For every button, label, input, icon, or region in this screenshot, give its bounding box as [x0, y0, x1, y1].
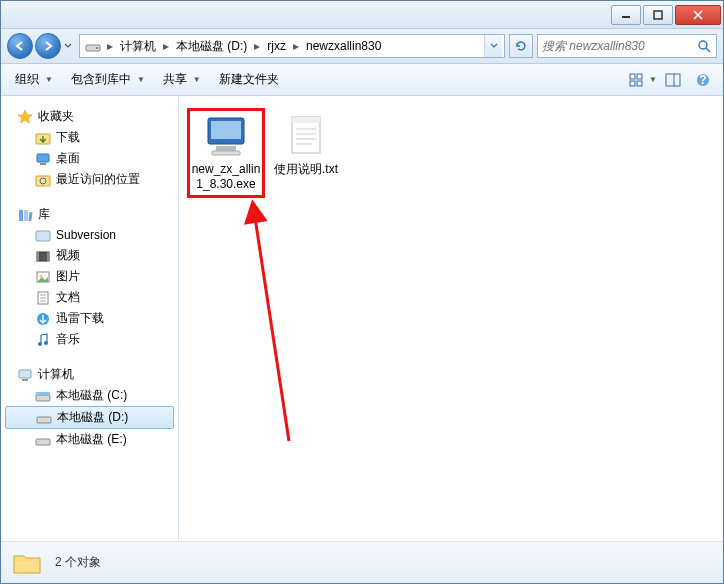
txt-icon — [280, 114, 332, 158]
sidebar-item-music[interactable]: 音乐 — [1, 329, 178, 350]
search-box[interactable] — [537, 34, 717, 58]
toolbar: 组织 ▼ 包含到库中 ▼ 共享 ▼ 新建文件夹 ▼ ? — [1, 64, 723, 96]
svg-rect-5 — [96, 47, 98, 49]
favorites-label: 收藏夹 — [38, 108, 74, 125]
new-folder-button[interactable]: 新建文件夹 — [211, 67, 287, 92]
breadcrumb-separator[interactable]: ▸ — [251, 39, 263, 53]
file-label: new_zx_allin1_8.30.exe — [191, 162, 261, 192]
svg-rect-38 — [19, 370, 31, 378]
minimize-button[interactable] — [611, 5, 641, 25]
svg-rect-39 — [22, 379, 28, 381]
back-button[interactable] — [7, 33, 33, 59]
drive-icon — [35, 432, 51, 448]
svg-rect-11 — [637, 81, 642, 86]
minimize-icon — [621, 10, 631, 20]
svg-point-29 — [40, 274, 43, 277]
share-menu[interactable]: 共享 ▼ — [155, 67, 209, 92]
breadcrumb-folder2[interactable]: newzxallin830 — [302, 35, 385, 57]
sidebar-item-label: 视频 — [56, 247, 80, 264]
favorites-header[interactable]: 收藏夹 — [1, 106, 178, 127]
svg-rect-49 — [292, 117, 320, 123]
sidebar-item-label: 本地磁盘 (E:) — [56, 431, 127, 448]
nav-history-dropdown[interactable] — [61, 42, 75, 50]
download-folder-icon — [35, 130, 51, 146]
annotation-arrow — [244, 201, 304, 451]
sidebar-item-drive-e[interactable]: 本地磁盘 (E:) — [1, 429, 178, 450]
navigation-pane[interactable]: 收藏夹 下载 桌面 最近访问的位置 库 — [1, 96, 179, 541]
view-options-button[interactable]: ▼ — [629, 68, 657, 92]
computer-header[interactable]: 计算机 — [1, 364, 178, 385]
navigation-bar: ▸ 计算机 ▸ 本地磁盘 (D:) ▸ rjxz ▸ newzxallin830 — [1, 29, 723, 64]
help-button[interactable]: ? — [689, 68, 717, 92]
svg-point-36 — [44, 341, 48, 345]
refresh-button[interactable] — [509, 34, 533, 58]
breadcrumb-folder1[interactable]: rjxz — [263, 35, 290, 57]
view-icon — [629, 73, 647, 87]
file-item-txt[interactable]: 使用说明.txt — [269, 110, 343, 181]
status-bar: 2 个对象 — [1, 541, 723, 583]
breadcrumb-separator[interactable]: ▸ — [104, 39, 116, 53]
arrow-right-icon — [42, 40, 54, 52]
maximize-button[interactable] — [643, 5, 673, 25]
folder-icon — [11, 547, 43, 579]
search-input[interactable] — [542, 39, 696, 53]
sidebar-item-videos[interactable]: 视频 — [1, 245, 178, 266]
organize-menu[interactable]: 组织 ▼ — [7, 67, 61, 92]
sidebar-item-label: 本地磁盘 (C:) — [56, 387, 127, 404]
forward-button[interactable] — [35, 33, 61, 59]
sidebar-item-xunlei[interactable]: 迅雷下载 — [1, 308, 178, 329]
sidebar-item-recent[interactable]: 最近访问的位置 — [1, 169, 178, 190]
desktop-icon — [35, 151, 51, 167]
sidebar-item-drive-c[interactable]: 本地磁盘 (C:) — [1, 385, 178, 406]
organize-label: 组织 — [15, 71, 39, 88]
sidebar-item-label: 音乐 — [56, 331, 80, 348]
libraries-label: 库 — [38, 206, 50, 223]
svg-rect-8 — [630, 74, 635, 79]
titlebar — [1, 1, 723, 29]
sidebar-item-pictures[interactable]: 图片 — [1, 266, 178, 287]
libraries-header[interactable]: 库 — [1, 204, 178, 225]
svg-rect-24 — [36, 231, 50, 241]
breadcrumb-separator[interactable]: ▸ — [160, 39, 172, 53]
libraries-icon — [17, 207, 33, 223]
svg-rect-22 — [24, 210, 28, 221]
preview-pane-button[interactable] — [659, 68, 687, 92]
address-bar[interactable]: ▸ 计算机 ▸ 本地磁盘 (D:) ▸ rjxz ▸ newzxallin830 — [79, 34, 505, 58]
sidebar-item-label: 本地磁盘 (D:) — [57, 409, 128, 426]
sidebar-item-drive-d[interactable]: 本地磁盘 (D:) — [5, 406, 174, 429]
refresh-icon — [514, 39, 528, 53]
computer-label: 计算机 — [38, 366, 74, 383]
svg-rect-9 — [637, 74, 642, 79]
close-button[interactable] — [675, 5, 721, 25]
sidebar-item-label: Subversion — [56, 228, 116, 242]
music-icon — [35, 332, 51, 348]
include-library-menu[interactable]: 包含到库中 ▼ — [63, 67, 153, 92]
xunlei-icon — [35, 311, 51, 327]
chevron-down-icon: ▼ — [193, 75, 201, 84]
drive-icon — [35, 388, 51, 404]
chevron-down-icon — [490, 42, 498, 50]
svg-line-7 — [706, 48, 710, 52]
sidebar-item-desktop[interactable]: 桌面 — [1, 148, 178, 169]
sidebar-item-label: 迅雷下载 — [56, 310, 104, 327]
chevron-down-icon — [64, 42, 72, 50]
breadcrumb-computer[interactable]: 计算机 — [116, 35, 160, 57]
svg-rect-40 — [36, 395, 50, 401]
address-dropdown[interactable] — [484, 35, 502, 57]
sidebar-item-documents[interactable]: 文档 — [1, 287, 178, 308]
computer-icon — [17, 367, 33, 383]
svg-rect-45 — [211, 121, 241, 139]
file-list[interactable]: new_zx_allin1_8.30.exe 使用说明.txt — [179, 96, 723, 541]
breadcrumb-separator[interactable]: ▸ — [290, 39, 302, 53]
share-label: 共享 — [163, 71, 187, 88]
close-icon — [693, 10, 703, 20]
breadcrumb-drive[interactable]: 本地磁盘 (D:) — [172, 35, 251, 57]
svg-rect-41 — [36, 392, 50, 395]
sidebar-item-downloads[interactable]: 下载 — [1, 127, 178, 148]
file-item-exe[interactable]: new_zx_allin1_8.30.exe — [189, 110, 263, 196]
sidebar-item-label: 文档 — [56, 289, 80, 306]
status-count: 2 个对象 — [55, 554, 101, 571]
svg-rect-17 — [37, 154, 49, 162]
sidebar-item-subversion[interactable]: Subversion — [1, 225, 178, 245]
newfolder-label: 新建文件夹 — [219, 71, 279, 88]
